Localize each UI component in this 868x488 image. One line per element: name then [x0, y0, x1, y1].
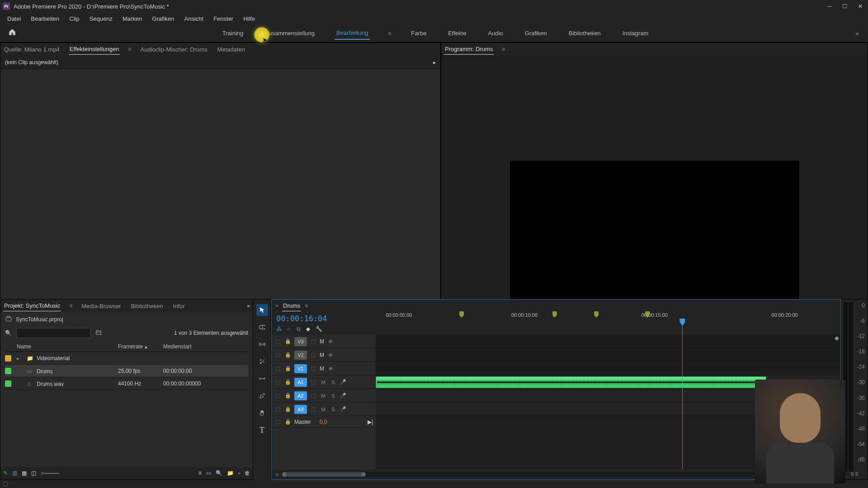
tab-bibliotheken[interactable]: Bibliotheken [130, 301, 164, 311]
timeline-tc[interactable]: 00:00:16:04 [276, 314, 371, 323]
track-v2[interactable]: V2 [294, 351, 307, 360]
icon-view-icon[interactable]: ▦ [22, 470, 27, 476]
ws-farbe[interactable]: Farbe [409, 27, 428, 39]
lane-v1[interactable] [376, 362, 840, 375]
ws-zusammenstellung[interactable]: Zusammenstellung [263, 27, 316, 39]
timeline-zoom-bar[interactable] [282, 472, 830, 477]
program-menu-icon[interactable]: ≡ [502, 46, 505, 52]
ws-instagram[interactable]: Instagram [621, 27, 651, 39]
ws-bearbeitung[interactable]: Bearbeitung [335, 27, 370, 40]
ws-audio[interactable]: Audio [486, 27, 505, 39]
disclosure-icon[interactable]: ▸ [433, 59, 436, 66]
track-select-tool[interactable] [256, 321, 268, 333]
menu-marken[interactable]: Marken [118, 14, 146, 23]
panel-menu-icon[interactable]: ≡ [128, 46, 131, 52]
automate-icon[interactable]: ▭ [206, 470, 211, 476]
list-view-icon[interactable]: ▥ [12, 470, 17, 476]
ws-overflow-icon[interactable]: » [851, 28, 863, 39]
ws-effekte[interactable]: Effekte [446, 27, 468, 39]
track-a1[interactable]: A1 [294, 378, 307, 387]
zoom-thumb[interactable] [282, 472, 363, 477]
marker-icon[interactable] [459, 311, 464, 318]
new-bin-icon[interactable]: 📁 [227, 470, 234, 476]
tab-audiomischer[interactable]: Audioclip-Mischer: Drums [139, 44, 208, 55]
menu-ansicht[interactable]: Ansicht [179, 14, 208, 23]
menu-fenster[interactable]: Fenster [209, 14, 238, 23]
playhead-icon[interactable] [679, 319, 685, 326]
zoom-out-icon[interactable]: ○ [275, 471, 278, 478]
playhead-line[interactable] [682, 335, 683, 469]
freeform-view-icon[interactable]: ◫ [31, 470, 36, 476]
tab-effekteinstellungen[interactable]: Effekteinstellungen [69, 44, 120, 55]
tab-metadaten[interactable]: Metadaten [217, 44, 246, 55]
col-framerate[interactable]: Framerate ▴ [118, 343, 163, 350]
slip-tool[interactable] [256, 373, 268, 385]
new-item-icon[interactable]: ▫ [238, 470, 240, 476]
panel-menu-icon[interactable]: ≡ [69, 303, 72, 309]
sort-icon[interactable]: ≡ [198, 470, 202, 476]
status-icon[interactable] [3, 481, 8, 487]
search-input[interactable] [16, 328, 90, 338]
ws-bibliotheken[interactable]: Bibliotheken [567, 27, 603, 39]
track-a3[interactable]: A3 [294, 405, 307, 414]
filter-view-icon[interactable] [95, 329, 102, 337]
bin-icon[interactable] [5, 316, 12, 324]
marker-icon[interactable] [552, 311, 557, 318]
ws-grafiken[interactable]: Grafiken [523, 27, 549, 39]
goto-end-icon[interactable]: ▶| [368, 419, 373, 425]
track-a2[interactable]: A2 [294, 391, 307, 400]
track-master[interactable]: Master [294, 419, 317, 425]
magnet-icon[interactable]: ∩ [287, 326, 291, 332]
tab-info[interactable]: Infor [172, 301, 186, 311]
find-icon[interactable]: 🔍 [216, 470, 222, 476]
menu-hilfe[interactable]: Hilfe [239, 14, 259, 23]
ripple-edit-tool[interactable] [256, 338, 268, 350]
col-name[interactable]: Name [14, 343, 118, 350]
marker-tool-icon[interactable]: ◆ [306, 326, 310, 332]
linked-select-icon[interactable]: ⧉ [297, 326, 301, 332]
menu-grafiken[interactable]: Grafiken [147, 14, 179, 23]
project-file[interactable]: SyncToMusic.prproj [16, 316, 63, 323]
zoom-slider[interactable]: ○──── [41, 470, 59, 476]
type-tool[interactable]: T [256, 424, 268, 436]
trash-icon[interactable]: 🗑 [245, 470, 250, 476]
ws-menu-icon[interactable]: ≡ [388, 30, 391, 37]
home-icon[interactable] [5, 26, 20, 40]
tab-mediabrowser[interactable]: Media-Browser [80, 301, 122, 311]
settings-icon[interactable]: 🔧 [316, 326, 322, 332]
menu-sequenz[interactable]: Sequenz [85, 14, 117, 23]
zoom-dot-right[interactable] [361, 472, 366, 477]
lane-v2[interactable] [376, 348, 840, 362]
minimize-button[interactable]: ─ [827, 3, 831, 9]
meter-solo[interactable]: S S [843, 472, 866, 477]
tab-projekt[interactable]: Projekt: SyncToMusic [3, 300, 61, 311]
close-tab-icon[interactable]: × [275, 303, 278, 309]
table-row[interactable]: ♫Drums.wav44100 Hz00:00:00:00000 [5, 377, 248, 390]
snap-icon[interactable]: ⁂ [276, 326, 282, 332]
razor-tool[interactable] [256, 356, 268, 367]
timeline-ruler[interactable]: 00:00:05:0000:00:10:0000:00:15:0000:00:2… [376, 312, 840, 335]
menu-clip[interactable]: Clip [65, 14, 84, 23]
pen-tool[interactable] [256, 390, 268, 402]
tab-programm[interactable]: Programm: Drums [444, 44, 494, 55]
table-row[interactable]: ▭Drums25,00 fps00:00:00:00 [5, 365, 248, 377]
audio-clip[interactable] [376, 376, 766, 388]
maximize-button[interactable]: ☐ [842, 3, 847, 9]
tabs-overflow-icon[interactable]: » [247, 303, 250, 309]
track-v1[interactable]: V1 [294, 364, 307, 373]
menu-datei[interactable]: Datei [3, 14, 25, 23]
pencil-icon[interactable]: ✎ [3, 470, 8, 476]
timeline-menu-icon[interactable]: ≡ [305, 303, 308, 309]
tab-quelle[interactable]: Quelle: Milano 1.mp4 [3, 44, 61, 55]
hand-tool[interactable] [256, 407, 268, 419]
timeline-tab[interactable]: Drums [282, 300, 301, 311]
master-val[interactable]: 0,0 [320, 419, 327, 425]
table-row[interactable]: ▸📁Videomaterial [5, 352, 248, 365]
selection-tool[interactable] [256, 304, 268, 316]
menu-bearbeiten[interactable]: Bearbeiten [26, 14, 64, 23]
scroll-indicator[interactable] [835, 337, 839, 340]
marker-icon[interactable] [594, 311, 599, 318]
track-v3[interactable]: V3 [294, 337, 307, 346]
close-button[interactable]: ✕ [858, 3, 863, 9]
col-medienstart[interactable]: Medienstart [163, 343, 248, 350]
